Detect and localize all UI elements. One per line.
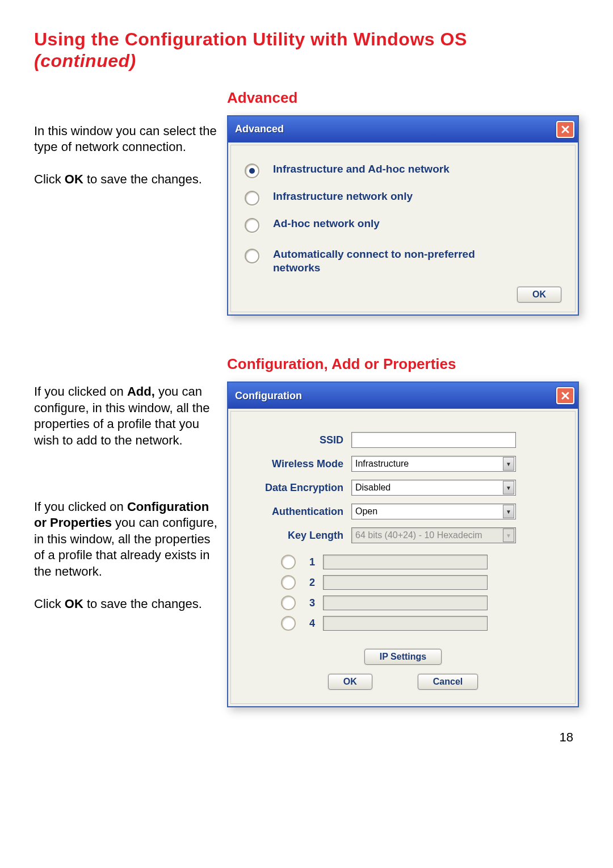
radio-icon: [281, 616, 296, 631]
radio-icon: [245, 163, 259, 178]
ok-button[interactable]: OK: [328, 674, 372, 690]
radio-icon: [281, 575, 296, 590]
advanced-intro-2: Click OK to save the changes.: [34, 171, 221, 188]
config-para-3: Click OK to save the changes.: [34, 596, 221, 613]
close-icon: [561, 392, 569, 400]
chevron-down-icon: ▼: [503, 457, 514, 471]
key-input-1: [323, 555, 488, 569]
key-number-3: 3: [304, 597, 315, 609]
key-number-4: 4: [304, 618, 315, 630]
radio-icon: [281, 596, 296, 610]
key-input-4: [323, 616, 488, 631]
authentication-label: Authentication: [247, 506, 351, 518]
key-length-select: 64 bits (40+24) - 10 Hexadecim ▼: [351, 527, 516, 543]
advanced-dialog-title: Advanced: [235, 123, 284, 135]
key-input-2: [323, 575, 488, 590]
radio-label-1: Infrastructure and Ad-hoc network: [273, 162, 450, 177]
data-encryption-select[interactable]: Disabled ▼: [351, 480, 516, 496]
key-row-4[interactable]: 4: [281, 616, 559, 631]
chevron-down-icon: ▼: [503, 505, 514, 518]
ssid-input[interactable]: [351, 432, 516, 448]
key-row-3[interactable]: 3: [281, 596, 559, 610]
page-title: Using the Configuration Utility with Win…: [34, 28, 579, 72]
advanced-dialog: Advanced Infrastructure and Ad-hoc netwo…: [227, 115, 579, 316]
authentication-value: Open: [355, 506, 377, 517]
radio-option-2[interactable]: Infrastructure network only: [245, 190, 561, 206]
data-encryption-value: Disabled: [355, 483, 391, 493]
wireless-mode-select[interactable]: Infrastructure ▼: [351, 456, 516, 472]
radio-icon: [281, 555, 296, 569]
data-encryption-label: Data Encryption: [247, 482, 351, 494]
close-button[interactable]: [556, 121, 574, 138]
cancel-button[interactable]: Cancel: [418, 674, 478, 690]
key-row-1[interactable]: 1: [281, 555, 559, 569]
config-para-1: If you clicked on Add, you can configure…: [34, 384, 221, 448]
close-button[interactable]: [556, 387, 574, 404]
radio-icon: [245, 218, 259, 233]
authentication-select[interactable]: Open ▼: [351, 504, 516, 519]
close-icon: [561, 125, 569, 133]
advanced-titlebar: Advanced: [228, 116, 578, 142]
config-heading: Configuration, Add or Properties: [227, 355, 579, 373]
key-number-2: 2: [304, 577, 315, 589]
key-length-value: 64 bits (40+24) - 10 Hexadecim: [355, 530, 482, 540]
radio-label-3: Ad-hoc network only: [273, 217, 380, 231]
wireless-mode-label: Wireless Mode: [247, 458, 351, 470]
config-dialog-title: Configuration: [235, 390, 302, 402]
key-row-2[interactable]: 2: [281, 575, 559, 590]
advanced-intro-1: In this window you can select the type o…: [34, 123, 221, 156]
page-title-line1: Using the Configuration Utility with Win…: [34, 29, 467, 49]
radio-icon: [245, 191, 259, 206]
configuration-dialog: Configuration SSID Wireless Mode: [227, 381, 579, 707]
page-title-continued: (continued): [34, 51, 136, 71]
config-titlebar: Configuration: [228, 383, 578, 409]
wireless-mode-value: Infrastructure: [355, 459, 409, 469]
ok-button[interactable]: OK: [517, 287, 561, 303]
key-input-3: [323, 596, 488, 610]
config-para-2: If you clicked on Configuration or Prope…: [34, 499, 221, 580]
radio-label-2: Infrastructure network only: [273, 190, 413, 204]
chevron-down-icon: ▼: [503, 481, 514, 494]
radio-icon: [245, 249, 259, 263]
chevron-down-icon: ▼: [503, 529, 514, 542]
key-number-1: 1: [304, 556, 315, 568]
page-number: 18: [34, 730, 579, 745]
radio-option-auto[interactable]: Automatically connect to non-preferred n…: [245, 248, 561, 275]
advanced-heading: Advanced: [227, 89, 579, 107]
ssid-label: SSID: [247, 434, 351, 446]
ip-settings-button[interactable]: IP Settings: [364, 649, 442, 665]
radio-option-3[interactable]: Ad-hoc network only: [245, 217, 561, 233]
key-length-label: Key Length: [247, 530, 351, 542]
radio-label-auto: Automatically connect to non-preferred n…: [273, 248, 511, 275]
radio-option-1[interactable]: Infrastructure and Ad-hoc network: [245, 162, 561, 178]
